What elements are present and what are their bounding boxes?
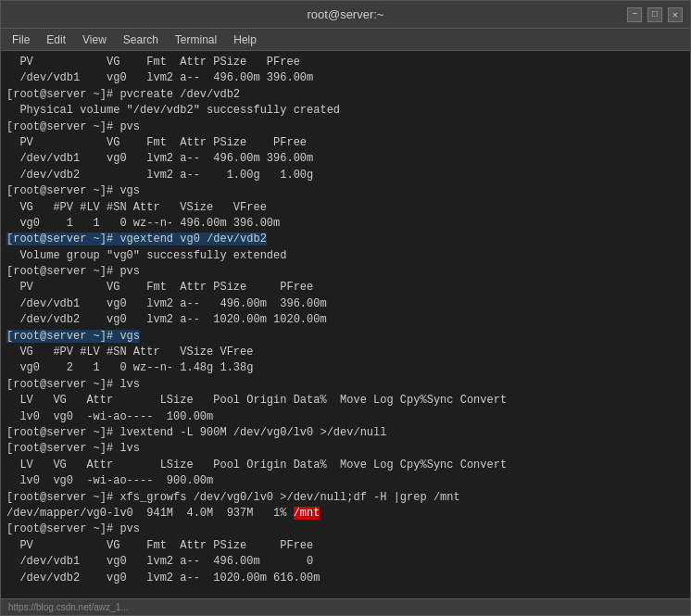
menu-help[interactable]: Help — [226, 31, 264, 48]
terminal-line: /dev/vdb2 lvm2 a-- 1.00g 1.00g — [6, 168, 685, 183]
close-button[interactable]: ✕ — [668, 7, 683, 22]
menu-bar: File Edit View Search Terminal Help — [1, 29, 690, 51]
terminal-line: /dev/vdb1 vg0 lvm2 a-- 496.00m 0 — [6, 554, 685, 570]
menu-terminal[interactable]: Terminal — [168, 31, 224, 48]
maximize-button[interactable]: □ — [647, 7, 662, 22]
menu-view[interactable]: View — [75, 31, 114, 48]
terminal-body[interactable]: PV VG Fmt Attr PSize PFree /dev/vdb1 vg0… — [1, 51, 690, 598]
terminal-line: lv0 vg0 -wi-ao---- 100.00m — [6, 409, 685, 425]
terminal-line: VG #PV #LV #SN Attr VSize VFree — [6, 345, 685, 360]
window-controls: − □ ✕ — [627, 7, 683, 22]
terminal-line: /dev/vdb1 vg0 lvm2 a-- 496.00m 396.00m — [6, 70, 685, 86]
terminal-line: lv0 vg0 -wi-ao---- 900.00m — [6, 473, 685, 489]
terminal-window: root@server:~ − □ ✕ File Edit View Searc… — [0, 0, 691, 616]
terminal-line: Volume group "vg0" successfully extended — [6, 248, 685, 264]
terminal-line: [root@server ~]# vgs — [6, 183, 685, 199]
terminal-line: [root@server ~]# pvcreate /dev/vdb2 — [6, 87, 685, 103]
terminal-line: [root@server ~]# pvs — [6, 522, 685, 537]
terminal-line: PV VG Fmt Attr PSize PFree — [6, 280, 685, 295]
terminal-line: LV VG Attr LSize Pool Origin Data% Move … — [6, 393, 685, 409]
status-url: https://blog.csdn.net/awz_1... — [8, 602, 129, 612]
terminal-line: vg0 1 1 0 wz--n- 496.00m 396.00m — [6, 216, 685, 232]
terminal-line-highlight: [root@server ~]# vgs — [6, 329, 685, 345]
terminal-line: VG #PV #LV #SN Attr VSize VFree — [6, 200, 685, 216]
terminal-line: LV VG Attr LSize Pool Origin Data% Move … — [6, 458, 685, 473]
terminal-line: Physical volume "/dev/vdb2" successfully… — [6, 103, 685, 119]
terminal-line: [root@server ~]# pvs — [6, 119, 685, 135]
status-bar: https://blog.csdn.net/awz_1... — [1, 598, 690, 615]
menu-edit[interactable]: Edit — [39, 31, 73, 48]
terminal-line: [root@server ~]# lvs — [6, 377, 685, 393]
menu-file[interactable]: File — [5, 31, 37, 48]
terminal-line: /dev/vdb1 vg0 lvm2 a-- 496.00m 396.00m — [6, 151, 685, 167]
terminal-line: [root@server ~]# xfs_growfs /dev/vg0/lv0… — [6, 490, 685, 506]
terminal-line: [root@server ~]# lvs — [6, 441, 685, 457]
terminal-line: PV VG Fmt Attr PSize PFree — [6, 538, 685, 554]
terminal-line: [root@server ~]# pvs — [6, 264, 685, 280]
terminal-line: PV VG Fmt Attr PSize PFree — [6, 55, 685, 70]
terminal-line: /dev/vdb2 vg0 lvm2 a-- 1020.00m 1020.00m — [6, 312, 685, 328]
terminal-line-highlight: [root@server ~]# vgextend vg0 /dev/vdb2 — [6, 232, 685, 247]
terminal-line: vg0 2 1 0 wz--n- 1.48g 1.38g — [6, 360, 685, 376]
window-title: root@server:~ — [308, 7, 384, 21]
terminal-line: /dev/vdb2 vg0 lvm2 a-- 1020.00m 616.00m — [6, 571, 685, 586]
terminal-line-mnt: /dev/mapper/vg0-lv0 941M 4.0M 937M 1% /m… — [6, 506, 685, 522]
title-bar: root@server:~ − □ ✕ — [1, 1, 690, 29]
minimize-button[interactable]: − — [627, 7, 642, 22]
terminal-line: /dev/vdb1 vg0 lvm2 a-- 496.00m 396.00m — [6, 296, 685, 312]
terminal-line: PV VG Fmt Attr PSize PFree — [6, 135, 685, 151]
mnt-highlight: /mnt — [294, 507, 320, 520]
terminal-line: [root@server ~]# lvextend -L 900M /dev/v… — [6, 425, 685, 441]
menu-search[interactable]: Search — [116, 31, 166, 48]
